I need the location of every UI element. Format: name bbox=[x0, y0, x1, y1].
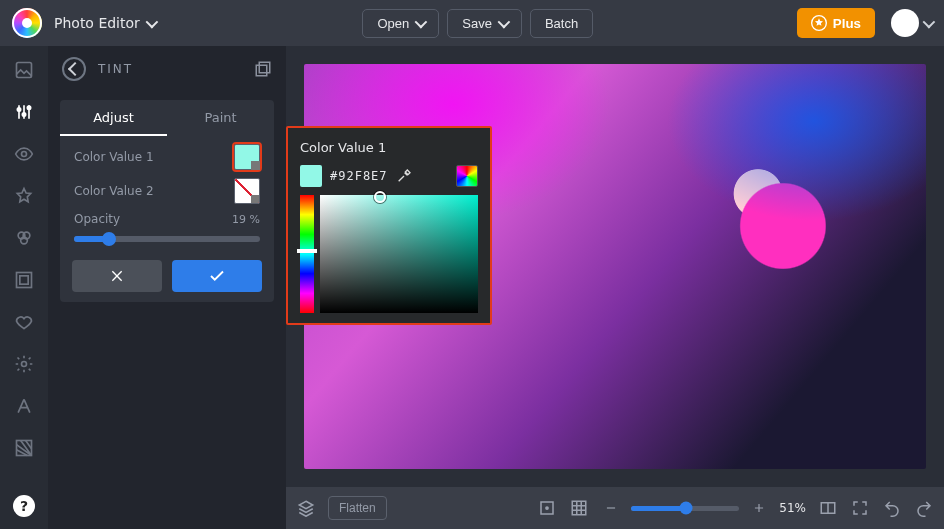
color-picker-popover: Color Value 1 #92F8E7 bbox=[286, 126, 492, 325]
heart-tool-icon[interactable] bbox=[14, 312, 34, 332]
star-circle-icon bbox=[811, 15, 827, 31]
star-tool-icon[interactable] bbox=[14, 186, 34, 206]
color-value-2-label: Color Value 2 bbox=[74, 184, 154, 198]
overlays-tool-icon[interactable] bbox=[14, 228, 34, 248]
svg-rect-10 bbox=[20, 276, 28, 284]
svg-rect-17 bbox=[573, 501, 587, 515]
redo-icon[interactable] bbox=[914, 498, 934, 518]
layers-icon[interactable] bbox=[296, 498, 316, 518]
adjust-group: Adjust Paint Color Value 1 Color Value 2… bbox=[60, 100, 274, 302]
open-label: Open bbox=[377, 16, 409, 31]
open-button[interactable]: Open bbox=[362, 9, 439, 38]
check-icon bbox=[208, 267, 226, 285]
svg-rect-9 bbox=[17, 273, 32, 288]
svg-point-16 bbox=[546, 507, 548, 509]
plus-label: Plus bbox=[833, 16, 861, 31]
palette-swatch[interactable] bbox=[456, 165, 478, 187]
effect-panel: TINT Adjust Paint Color Value 1 Color Va… bbox=[48, 46, 286, 529]
eyedropper-icon[interactable] bbox=[396, 168, 412, 184]
hex-value[interactable]: #92F8E7 bbox=[330, 169, 388, 183]
grid-icon[interactable] bbox=[569, 498, 589, 518]
svg-point-2 bbox=[17, 108, 20, 111]
tab-adjust[interactable]: Adjust bbox=[60, 100, 167, 136]
close-icon bbox=[109, 268, 125, 284]
zoom-control: 51% bbox=[601, 498, 806, 518]
text-tool-icon[interactable] bbox=[14, 396, 34, 416]
batch-button[interactable]: Batch bbox=[530, 9, 593, 38]
hue-slider[interactable] bbox=[300, 195, 314, 313]
help-button[interactable]: ? bbox=[13, 495, 35, 517]
color-value-1-label: Color Value 1 bbox=[74, 150, 154, 164]
back-button[interactable] bbox=[62, 57, 86, 81]
svg-rect-13 bbox=[259, 62, 270, 73]
avatar-icon bbox=[891, 9, 919, 37]
chevron-down-icon bbox=[497, 15, 510, 28]
undo-icon[interactable] bbox=[882, 498, 902, 518]
opacity-label: Opacity bbox=[74, 212, 120, 226]
texture-tool-icon[interactable] bbox=[14, 438, 34, 458]
app-logo-icon[interactable] bbox=[12, 8, 42, 38]
zoom-slider[interactable] bbox=[631, 506, 739, 511]
cancel-button[interactable] bbox=[72, 260, 162, 292]
tool-rail: ? bbox=[0, 46, 48, 529]
popover-title: Color Value 1 bbox=[300, 140, 478, 155]
color-value-1-swatch[interactable] bbox=[234, 144, 260, 170]
view-tool-icon[interactable] bbox=[14, 144, 34, 164]
zoom-label: 51% bbox=[779, 501, 806, 515]
compare-icon[interactable] bbox=[818, 498, 838, 518]
account-menu[interactable] bbox=[891, 9, 932, 37]
current-color-swatch[interactable] bbox=[300, 165, 322, 187]
canvas-area: Color Value 1 #92F8E7 Flatten bbox=[286, 46, 944, 529]
svg-point-3 bbox=[22, 113, 25, 116]
panel-tabs: Adjust Paint bbox=[60, 100, 274, 136]
saturation-value-field[interactable] bbox=[320, 195, 478, 313]
mode-dropdown[interactable]: Photo Editor bbox=[50, 9, 159, 37]
chevron-down-icon bbox=[923, 15, 936, 28]
color-value-2-swatch[interactable] bbox=[234, 178, 260, 204]
mode-label: Photo Editor bbox=[54, 15, 140, 31]
save-label: Save bbox=[462, 16, 492, 31]
svg-rect-1 bbox=[17, 63, 32, 78]
tab-paint[interactable]: Paint bbox=[167, 100, 274, 136]
expand-icon[interactable] bbox=[850, 498, 870, 518]
opacity-slider[interactable] bbox=[74, 236, 260, 242]
svg-point-11 bbox=[22, 362, 27, 367]
chevron-down-icon bbox=[145, 15, 158, 28]
gear-tool-icon[interactable] bbox=[14, 354, 34, 374]
batch-label: Batch bbox=[545, 16, 578, 31]
frame-tool-icon[interactable] bbox=[14, 270, 34, 290]
svg-rect-14 bbox=[256, 65, 267, 76]
image-tool-icon[interactable] bbox=[14, 60, 34, 80]
fit-screen-icon[interactable] bbox=[537, 498, 557, 518]
bottom-bar: Flatten 51% bbox=[286, 487, 944, 529]
zoom-in-icon[interactable] bbox=[749, 498, 769, 518]
svg-point-5 bbox=[22, 152, 27, 157]
chevron-down-icon bbox=[415, 15, 428, 28]
flatten-button[interactable]: Flatten bbox=[328, 496, 387, 520]
opacity-value: 19 % bbox=[232, 213, 260, 226]
zoom-out-icon[interactable] bbox=[601, 498, 621, 518]
adjust-tool-icon[interactable] bbox=[14, 102, 34, 122]
app-header: Photo Editor Open Save Batch Plus bbox=[0, 0, 944, 46]
save-button[interactable]: Save bbox=[447, 9, 522, 38]
stack-icon[interactable] bbox=[254, 60, 272, 78]
panel-title: TINT bbox=[98, 62, 133, 76]
apply-button[interactable] bbox=[172, 260, 262, 292]
upgrade-plus-button[interactable]: Plus bbox=[797, 8, 875, 38]
svg-point-4 bbox=[27, 106, 30, 109]
